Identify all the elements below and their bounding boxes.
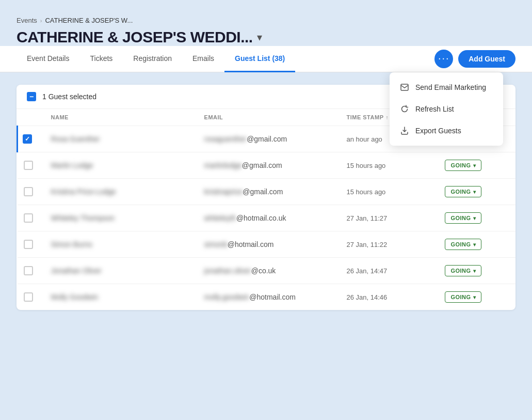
dots-icon: ··· xyxy=(438,55,450,60)
guest-email: jonathan.oliver@co.uk xyxy=(204,267,276,275)
row-checkbox[interactable] xyxy=(24,161,33,170)
col-header-email: EMAIL xyxy=(198,109,341,126)
selection-count-text: 1 Guest selected xyxy=(42,92,96,101)
tab-registration[interactable]: Registration xyxy=(123,46,182,72)
rsvp-label: GOING xyxy=(450,162,471,168)
row-checkbox[interactable] xyxy=(24,213,33,223)
rsvp-chevron-icon: ▾ xyxy=(473,242,476,247)
table-row: Molly Goodwinmolly.goodwin@hotmail.com26… xyxy=(18,284,516,310)
col-header-name: NAME xyxy=(45,109,198,126)
guest-email: rosaguenther@gmail.com xyxy=(204,135,287,143)
guest-email: martinlodge@gmail.com xyxy=(204,161,282,169)
dropdown-menu: Send Email Marketing Refresh List Export… xyxy=(390,72,503,146)
tab-emails[interactable]: Emails xyxy=(182,46,224,72)
rsvp-label: GOING xyxy=(450,294,471,300)
guest-name: Jonathan Oliver xyxy=(51,267,102,275)
table-row: Kristina Price-Lodgekristinaprice@gmail.… xyxy=(18,179,516,205)
page-title: CATHERINE & JOSEP'S WEDDI... xyxy=(17,28,253,46)
tab-guest-list[interactable]: Guest List (38) xyxy=(224,46,295,72)
guest-name: Kristina Price-Lodge xyxy=(51,188,116,196)
guest-email: kristinaprice@gmail.com xyxy=(204,188,283,196)
table-row: Jonathan Oliverjonathan.oliver@co.uk26 J… xyxy=(18,258,516,284)
table-row: Martin Lodgemartinlodge@gmail.com15 hour… xyxy=(18,152,516,179)
minus-icon: − xyxy=(29,93,34,100)
rsvp-badge[interactable]: GOING▾ xyxy=(445,239,481,250)
email-icon xyxy=(400,83,409,92)
svg-rect-0 xyxy=(401,84,408,90)
rsvp-label: GOING xyxy=(450,268,471,274)
rsvp-chevron-icon: ▾ xyxy=(473,163,476,168)
tab-actions: ··· Add Guest xyxy=(434,50,515,68)
more-options-button[interactable]: ··· xyxy=(434,50,453,68)
guest-timestamp: 26 Jan, 14:47 xyxy=(346,267,387,275)
breadcrumb-current: CATHERINE & JOSEP'S W... xyxy=(45,17,133,24)
refresh-icon xyxy=(400,104,409,114)
breadcrumb-events[interactable]: Events xyxy=(17,17,37,24)
row-checkbox[interactable] xyxy=(24,240,33,249)
guest-email: simonb@hotmail.com xyxy=(204,240,274,248)
rsvp-chevron-icon: ▾ xyxy=(473,268,476,274)
tabs-bar: Event Details Tickets Registration Email… xyxy=(0,46,532,72)
guest-timestamp: 27 Jan, 11:27 xyxy=(346,214,387,222)
breadcrumb: Events › CATHERINE & JOSEP'S W... xyxy=(17,17,515,24)
rsvp-badge[interactable]: GOING▾ xyxy=(445,212,481,224)
rsvp-label: GOING xyxy=(450,215,471,221)
table-row: Whiteley Thompsonwhiteleyth@hotmail.co.u… xyxy=(18,205,516,231)
guest-timestamp: 15 hours ago xyxy=(346,188,385,196)
main-content: Send Email Marketing Refresh List Export… xyxy=(0,72,532,322)
export-icon xyxy=(400,126,409,135)
rsvp-badge[interactable]: GOING▾ xyxy=(445,291,481,303)
guest-name: Molly Goodwin xyxy=(51,293,99,301)
guest-name: Simon Burns xyxy=(51,240,92,248)
add-guest-button[interactable]: Add Guest xyxy=(458,50,515,68)
rsvp-chevron-icon: ▾ xyxy=(473,189,476,195)
row-checkbox[interactable] xyxy=(23,134,32,144)
title-chevron-icon[interactable]: ▾ xyxy=(257,31,262,43)
guest-timestamp: 26 Jan, 14:46 xyxy=(346,293,387,301)
guest-timestamp: an hour ago xyxy=(346,135,382,143)
dropdown-send-email[interactable]: Send Email Marketing xyxy=(390,76,503,98)
guest-name: Whiteley Thompson xyxy=(51,214,115,222)
table-row: Simon Burnssimonb@hotmail.com27 Jan, 11:… xyxy=(18,231,516,258)
dropdown-export[interactable]: Export Guests xyxy=(390,120,503,142)
row-checkbox[interactable] xyxy=(24,187,33,196)
rsvp-chevron-icon: ▾ xyxy=(473,215,476,221)
rsvp-label: GOING xyxy=(450,241,471,247)
guest-name: Martin Lodge xyxy=(51,161,93,169)
export-label: Export Guests xyxy=(415,127,461,135)
send-email-label: Send Email Marketing xyxy=(415,83,486,91)
rsvp-badge[interactable]: GOING▾ xyxy=(445,265,481,276)
guest-name: Rosa Guenther xyxy=(51,135,100,143)
guest-email: whiteleyth@hotmail.co.uk xyxy=(204,214,286,222)
deselect-all-checkbox[interactable]: − xyxy=(27,92,36,101)
refresh-label: Refresh List xyxy=(415,105,454,113)
row-checkbox[interactable] xyxy=(24,292,33,302)
guest-timestamp: 27 Jan, 11:22 xyxy=(346,241,387,248)
rsvp-label: GOING xyxy=(450,189,471,195)
tab-tickets[interactable]: Tickets xyxy=(79,46,123,72)
tabs-nav: Event Details Tickets Registration Email… xyxy=(17,46,295,72)
tab-event-details[interactable]: Event Details xyxy=(17,46,79,72)
rsvp-badge[interactable]: GOING▾ xyxy=(445,160,481,171)
sort-arrow-icon: ↑ xyxy=(385,115,389,120)
breadcrumb-separator: › xyxy=(40,18,42,24)
rsvp-chevron-icon: ▾ xyxy=(473,294,476,300)
guest-email: molly.goodwin@hotmail.com xyxy=(204,293,296,301)
col-header-check xyxy=(18,109,45,126)
dropdown-refresh[interactable]: Refresh List xyxy=(390,98,503,120)
rsvp-badge[interactable]: GOING▾ xyxy=(445,186,481,197)
guest-timestamp: 15 hours ago xyxy=(346,162,385,169)
row-checkbox[interactable] xyxy=(24,266,33,275)
